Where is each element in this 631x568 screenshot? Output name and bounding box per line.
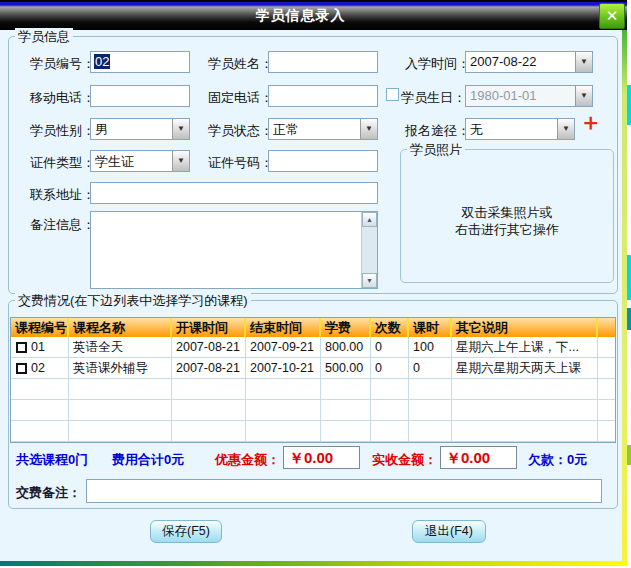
student-id-label: 学员编号：: [30, 55, 95, 73]
title-bar[interactable]: 学员信息录入 ✕: [0, 0, 627, 30]
id-type-value: 学生证: [95, 153, 171, 171]
photo-group-title: 学员照片: [407, 141, 465, 159]
chevron-down-icon[interactable]: ▼: [360, 119, 377, 139]
id-type-label: 证件类型：: [30, 154, 95, 172]
fixed-phone-input[interactable]: [268, 85, 378, 107]
scroll-down-icon[interactable]: ▼: [362, 273, 377, 288]
header-note: 其它说明: [452, 318, 598, 337]
birthday-value: 1980-01-01: [470, 88, 574, 103]
course-name: 英语全天: [69, 337, 172, 358]
course-id: 01: [31, 340, 45, 354]
photo-group[interactable]: 学员照片 双击采集照片或 右击进行其它操作: [400, 149, 614, 283]
plus-icon[interactable]: ＋: [579, 111, 602, 134]
remark-scrollbar[interactable]: ▲ ▼: [361, 212, 377, 288]
dialog-right-border: [622, 30, 627, 562]
discount-label: 优惠金额：: [215, 451, 280, 469]
student-name-label: 学员姓名：: [208, 55, 273, 73]
course-end: 2007-10-21: [246, 358, 321, 379]
scroll-up-icon[interactable]: ▲: [362, 212, 377, 227]
student-id-value: 02: [94, 54, 110, 69]
exit-button[interactable]: 退出(F4): [412, 520, 486, 543]
screen: 学员信息录入 ✕ 学员信息 学员编号： 02 学员姓名： 入学时间： 2007-…: [0, 0, 631, 568]
table-row[interactable]: 02 英语课外辅导 2007-08-21 2007-10-21 500.00 0…: [11, 358, 615, 379]
selected-courses-summary: 共选课程0门: [16, 451, 88, 469]
course-note: 星期六星期天两天上课: [452, 358, 598, 379]
birthday-checkbox[interactable]: [386, 88, 399, 101]
course-hours: 100: [409, 337, 452, 358]
course-checkbox[interactable]: [16, 342, 27, 353]
status-combo[interactable]: 正常 ▼: [268, 118, 378, 140]
course-table-header: 课程编号 课程名称 开课时间 结束时间 学费 次数 课时 其它说明: [11, 318, 615, 337]
address-input[interactable]: [90, 182, 378, 204]
debt-summary: 欠款：0元: [528, 451, 587, 469]
table-row-empty: [11, 421, 615, 442]
channel-label: 报名途径：: [405, 122, 470, 140]
table-row[interactable]: 01 英语全天 2007-08-21 2007-09-21 800.00 0 1…: [11, 337, 615, 358]
remark-label: 备注信息：: [30, 216, 95, 234]
course-checkbox[interactable]: [16, 363, 27, 374]
close-icon: ✕: [606, 7, 619, 24]
student-info-group-title: 学员信息: [15, 28, 73, 46]
chevron-down-icon[interactable]: ▼: [575, 52, 592, 72]
table-row-empty: [11, 379, 615, 400]
chevron-down-icon[interactable]: ▼: [557, 119, 574, 139]
remark-textarea[interactable]: ▲ ▼: [90, 211, 378, 289]
header-filler: [598, 318, 615, 337]
status-label: 学员状态：: [208, 122, 273, 140]
dialog-bottom-border: [0, 561, 627, 566]
course-times: 0: [371, 337, 409, 358]
channel-combo[interactable]: 无 ▼: [465, 118, 575, 140]
id-number-label: 证件号码：: [208, 154, 273, 172]
background-fragment: [627, 445, 631, 465]
photo-hint-line2: 右击进行其它操作: [401, 221, 613, 239]
header-hours: 课时: [409, 318, 452, 337]
enroll-date-label: 入学时间：: [405, 55, 470, 73]
header-times: 次数: [371, 318, 409, 337]
id-number-input[interactable]: [268, 150, 378, 172]
student-name-input[interactable]: [268, 51, 378, 73]
course-end: 2007-09-21: [246, 337, 321, 358]
pay-remark-label: 交费备注：: [16, 484, 81, 502]
header-end-date: 结束时间: [246, 318, 321, 337]
gender-label: 学员性别：: [30, 122, 95, 140]
close-button[interactable]: ✕: [599, 3, 625, 29]
course-times: 0: [371, 358, 409, 379]
course-start: 2007-08-21: [172, 358, 246, 379]
header-fee: 学费: [321, 318, 371, 337]
enroll-date-combo[interactable]: 2007-08-22 ▼: [465, 51, 593, 73]
header-course-name: 课程名称: [69, 318, 172, 337]
id-type-combo[interactable]: 学生证 ▼: [90, 150, 190, 172]
gender-combo[interactable]: 男 ▼: [90, 118, 190, 140]
pay-remark-input[interactable]: [86, 479, 602, 503]
background-fragment: [627, 85, 631, 125]
window-title: 学员信息录入: [0, 7, 601, 25]
course-fee: 500.00: [321, 358, 371, 379]
background-fragment: [627, 255, 631, 300]
chevron-down-icon[interactable]: ▼: [172, 151, 189, 171]
save-button[interactable]: 保存(F5): [150, 520, 222, 543]
birthday-label: 学员生日：: [401, 89, 466, 107]
chevron-down-icon[interactable]: ▼: [172, 119, 189, 139]
header-course-id: 课程编号: [11, 318, 69, 337]
header-start-date: 开课时间: [172, 318, 246, 337]
course-start: 2007-08-21: [172, 337, 246, 358]
birthday-combo[interactable]: 1980-01-01 ▼: [465, 85, 593, 107]
received-label: 实收金额：: [372, 451, 437, 469]
mobile-phone-input[interactable]: [90, 85, 190, 107]
course-note: 星期六上午上课，下...: [452, 337, 598, 358]
channel-value: 无: [470, 121, 556, 139]
gender-value: 男: [95, 121, 171, 139]
payment-group-title: 交费情况(在下边列表中选择学习的课程): [15, 292, 251, 310]
course-name: 英语课外辅导: [69, 358, 172, 379]
address-label: 联系地址：: [30, 186, 95, 204]
total-fee-summary: 费用合计0元: [112, 451, 184, 469]
mobile-phone-label: 移动电话：: [30, 89, 95, 107]
status-value: 正常: [273, 121, 359, 139]
course-fee: 800.00: [321, 337, 371, 358]
discount-input[interactable]: ￥0.00: [283, 446, 360, 469]
student-id-input[interactable]: 02: [90, 51, 190, 73]
table-row-empty: [11, 400, 615, 421]
chevron-down-icon[interactable]: ▼: [575, 86, 592, 106]
course-id: 02: [31, 361, 45, 375]
received-input[interactable]: ￥0.00: [440, 446, 517, 469]
